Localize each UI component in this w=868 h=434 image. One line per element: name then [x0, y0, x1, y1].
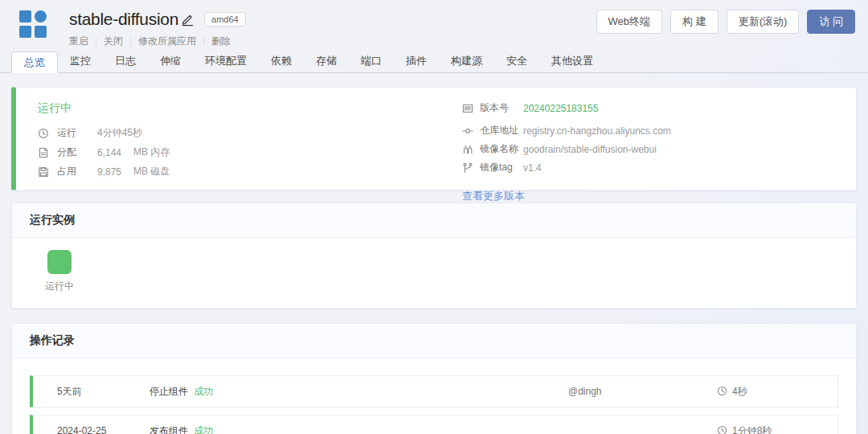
instances-body: 运行中 — [12, 238, 856, 308]
tab-scaling[interactable]: 伸缩 — [148, 51, 193, 72]
metric-value: 6,144 — [97, 147, 133, 158]
instance-tile[interactable]: 运行中 — [45, 250, 74, 293]
divider — [130, 37, 131, 46]
tab-build-source[interactable]: 构建源 — [439, 51, 494, 72]
main-content: 运行中 运行 4分钟45秒 — [0, 73, 868, 434]
link-icon — [462, 125, 473, 137]
divider — [96, 37, 96, 46]
log-action: 停止组件 — [149, 386, 188, 397]
metric-unit: MB 内存 — [133, 145, 170, 159]
page-title: stable-diffusion — [69, 10, 178, 29]
image-tag-value: v1.4 — [523, 162, 671, 174]
log-duration: 4秒 — [732, 385, 747, 399]
log-row: 5天前 停止组件 成功 @dingh 4秒 — [30, 375, 838, 407]
log-duration: 1分钟8秒 — [732, 424, 772, 434]
instance-status-square — [47, 250, 72, 274]
tab-other-settings[interactable]: 其他设置 — [539, 51, 605, 72]
tab-security[interactable]: 安全 — [494, 51, 539, 72]
instances-title: 运行实例 — [12, 203, 856, 238]
build-button[interactable]: 构 建 — [670, 10, 719, 34]
version-summary: 版本号 20240225183155 仓库地址 registry.cn-hang… — [462, 101, 671, 203]
delete-link[interactable]: 删除 — [211, 35, 231, 48]
clock-icon — [38, 128, 49, 139]
log-result: 成功 — [194, 425, 213, 434]
metric-unit: MB 磁盘 — [133, 165, 170, 178]
operation-log-card: 操作记录 5天前 停止组件 成功 @dingh — [11, 323, 857, 434]
metric-disk: 占用 9,875 MB 磁盘 — [38, 165, 170, 178]
log-time: 5天前 — [57, 385, 149, 399]
status-card: 运行中 运行 4分钟45秒 — [11, 87, 857, 190]
visit-button[interactable]: 访 问 — [807, 10, 855, 34]
metric-label: 占用 — [57, 165, 97, 178]
operation-log-body: 5天前 停止组件 成功 @dingh 4秒 — [12, 358, 856, 434]
version-value: 20240225183155 — [523, 103, 671, 114]
instance-status-label: 运行中 — [45, 280, 74, 293]
tab-env-config[interactable]: 环境配置 — [193, 51, 259, 72]
metric-value: 4分钟45秒 — [97, 126, 133, 140]
barcode-icon — [462, 103, 473, 114]
log-action-cell: 停止组件 成功 — [149, 385, 568, 399]
registry-label: 仓库地址 — [480, 124, 523, 137]
quick-actions: 重启 关闭 修改所属应用 删除 — [69, 35, 855, 48]
metric-memory: 分配 6,144 MB 内存 — [38, 145, 170, 159]
log-user: @dingh — [568, 386, 717, 397]
image-name-row: 镜像名称 goodrain/stable-diffusion-webui — [462, 142, 671, 156]
metric-label: 运行 — [57, 126, 97, 140]
tab-bar: 总览 监控 日志 伸缩 环境配置 依赖 存储 端口 插件 构建源 安全 其他设置 — [0, 51, 868, 73]
restart-link[interactable]: 重启 — [69, 35, 88, 48]
log-duration-cell: 4秒 — [717, 385, 837, 399]
status-badge: 运行中 — [38, 101, 170, 116]
disk-icon — [38, 166, 49, 178]
rolling-update-button[interactable]: 更新(滚动) — [727, 10, 800, 34]
page-header: stable-diffusion amd64 重启 关闭 修改所属应用 删除 — [0, 0, 868, 51]
status-summary: 运行中 运行 4分钟45秒 — [38, 101, 170, 184]
tab-dependencies[interactable]: 依赖 — [259, 51, 304, 72]
app-logo-icon — [19, 10, 47, 38]
instances-card: 运行实例 运行中 — [11, 203, 857, 309]
edit-title-icon[interactable] — [181, 13, 194, 27]
registry-value: registry.cn-hangzhou.aliyuncs.com — [523, 125, 671, 137]
divider — [203, 37, 204, 46]
tab-plugins[interactable]: 插件 — [394, 51, 439, 72]
log-time: 2024-02-25 — [57, 425, 149, 434]
branch-icon — [462, 162, 473, 174]
arch-badge: amd64 — [204, 12, 246, 27]
image-name-label: 镜像名称 — [480, 142, 523, 156]
tab-overview[interactable]: 总览 — [11, 51, 58, 73]
tab-storage[interactable]: 存储 — [304, 51, 349, 72]
memory-icon — [38, 147, 49, 158]
registry-row: 仓库地址 registry.cn-hangzhou.aliyuncs.com — [462, 124, 671, 137]
change-app-link[interactable]: 修改所属应用 — [138, 35, 196, 48]
image-name-value: goodrain/stable-diffusion-webui — [523, 144, 671, 155]
clock-icon — [717, 386, 728, 397]
tab-monitor[interactable]: 监控 — [58, 51, 103, 72]
log-row: 2024-02-25 发布组件 成功 1分钟8秒 — [30, 415, 838, 434]
image-tag-label: 镜像tag — [480, 161, 523, 174]
metric-value: 9,875 — [97, 166, 133, 178]
log-action-cell: 发布组件 成功 — [149, 424, 568, 434]
metric-label: 分配 — [57, 145, 97, 159]
header-buttons: Web终端 构 建 更新(滚动) 访 问 — [596, 10, 855, 34]
version-label: 版本号 — [480, 101, 523, 115]
more-versions-link[interactable]: 查看更多版本 — [462, 189, 525, 203]
app-detail-page: stable-diffusion amd64 重启 关闭 修改所属应用 删除 — [0, 0, 868, 434]
log-duration-cell: 1分钟8秒 — [717, 424, 837, 434]
operation-log-title: 操作记录 — [12, 324, 856, 358]
clock-icon — [717, 425, 728, 434]
version-row: 版本号 20240225183155 — [462, 101, 671, 115]
log-action: 发布组件 — [149, 425, 188, 434]
tab-logs[interactable]: 日志 — [103, 51, 148, 72]
metric-runtime: 运行 4分钟45秒 — [38, 126, 170, 140]
layers-icon — [462, 144, 473, 155]
web-terminal-button[interactable]: Web终端 — [596, 10, 663, 34]
image-tag-row: 镜像tag v1.4 — [462, 161, 671, 174]
log-result: 成功 — [194, 386, 213, 397]
close-link[interactable]: 关闭 — [104, 35, 123, 48]
tab-ports[interactable]: 端口 — [349, 51, 394, 72]
